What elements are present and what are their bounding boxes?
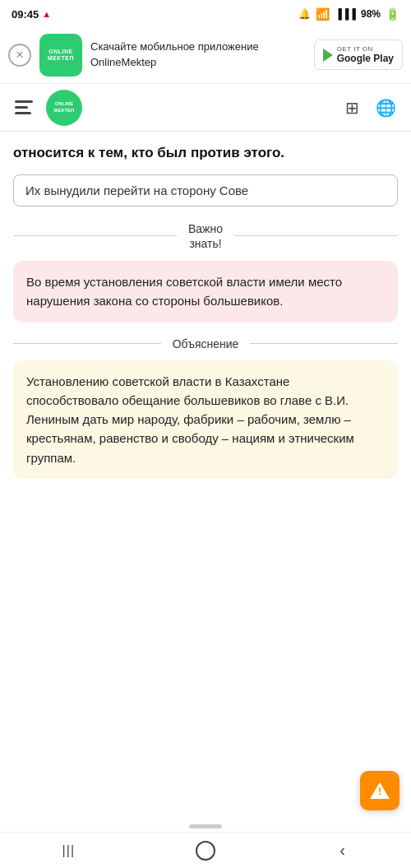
battery-display: 98% bbox=[361, 8, 381, 20]
back-button[interactable]: ‹ bbox=[274, 833, 411, 869]
swipe-indicator bbox=[189, 824, 222, 829]
language-button[interactable]: 🌐 bbox=[372, 95, 399, 121]
wifi-icon: 📶 bbox=[316, 7, 330, 21]
play-icon bbox=[323, 49, 333, 62]
close-icon: × bbox=[16, 48, 23, 63]
important-label: Важно знать! bbox=[177, 221, 234, 251]
menu-button[interactable] bbox=[12, 97, 36, 118]
home-button[interactable] bbox=[137, 833, 275, 869]
grid-view-button[interactable]: ⊞ bbox=[342, 95, 363, 121]
google-play-button[interactable]: GET IT ON Google Play bbox=[314, 39, 403, 70]
alert-icon: ▲ bbox=[42, 9, 51, 19]
answer-box: Их вынудили перейти на сторону Сове bbox=[13, 174, 398, 207]
alarm-icon: 🔔 bbox=[298, 8, 311, 20]
warning-fab-button[interactable]: ! bbox=[360, 771, 399, 810]
warning-icon: ! bbox=[370, 782, 390, 799]
time-display: 09:45 bbox=[12, 8, 39, 21]
section-title: относится к тем, кто был против этого. bbox=[13, 143, 398, 163]
explanation-label: Объяснение bbox=[161, 337, 251, 350]
swipe-indicator-bar bbox=[0, 821, 411, 832]
bottom-nav-bar: ||| ‹ bbox=[0, 832, 411, 868]
important-line-left bbox=[13, 235, 177, 236]
important-header: Важно знать! bbox=[13, 221, 398, 251]
explanation-line-right bbox=[250, 343, 398, 344]
explanation-line-left bbox=[13, 343, 161, 344]
status-bar: 09:45 ▲ 🔔 📶 ▐▐▐ 98% 🔋 bbox=[0, 0, 411, 26]
signal-icon: ▐▐▐ bbox=[335, 8, 356, 20]
main-content: относится к тем, кто был против этого. И… bbox=[0, 132, 411, 479]
app-banner: × ONLINEМЕКТЕП Скачайте мобильное прилож… bbox=[0, 26, 411, 84]
banner-text: Скачайте мобильное приложение OnlineMekt… bbox=[90, 39, 306, 69]
important-box: Во время установления советской власти и… bbox=[13, 261, 398, 323]
google-play-label: GET IT ON Google Play bbox=[337, 45, 394, 64]
nav-bar: ONLINEМЕКТЕП ⊞ 🌐 bbox=[0, 84, 411, 132]
important-line-right bbox=[234, 235, 398, 236]
recent-apps-button[interactable]: ||| bbox=[0, 833, 137, 869]
banner-close-button[interactable]: × bbox=[8, 44, 31, 67]
battery-icon: 🔋 bbox=[386, 7, 399, 21]
explanation-box: Установлению советской власти в Казахста… bbox=[13, 360, 398, 479]
explanation-header: Объяснение bbox=[13, 337, 398, 350]
banner-logo: ONLINEМЕКТЕП bbox=[39, 34, 82, 77]
status-icons: 🔔 📶 ▐▐▐ 98% 🔋 bbox=[298, 7, 399, 21]
nav-logo: ONLINEМЕКТЕП bbox=[46, 90, 82, 126]
status-time: 09:45 ▲ bbox=[12, 8, 51, 21]
